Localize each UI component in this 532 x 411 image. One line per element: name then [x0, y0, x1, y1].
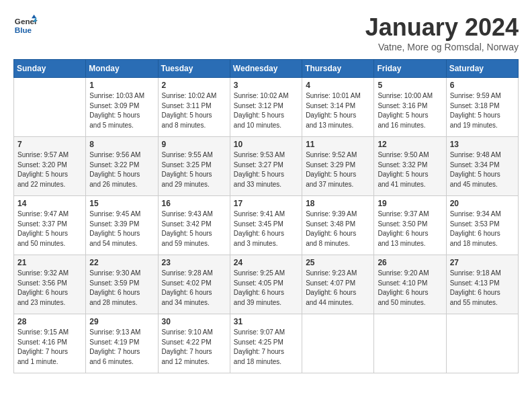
day-number: 4 [306, 81, 370, 90]
month-title: January 2024 [365, 13, 519, 42]
day-info: Sunrise: 9:37 AMSunset: 3:50 PMDaylight:… [378, 210, 442, 248]
day-number: 30 [162, 317, 226, 326]
logo: General Blue [13, 13, 38, 38]
calendar-cell [374, 314, 446, 373]
day-info: Sunrise: 9:07 AMSunset: 4:25 PMDaylight:… [234, 328, 298, 367]
day-number: 15 [89, 199, 154, 208]
day-info: Sunrise: 9:50 AMSunset: 3:32 PMDaylight:… [378, 150, 442, 189]
calendar-cell: 18Sunrise: 9:39 AMSunset: 3:48 PMDayligh… [302, 196, 374, 255]
calendar-cell [14, 78, 86, 137]
calendar-cell: 11Sunrise: 9:52 AMSunset: 3:29 PMDayligh… [302, 137, 374, 196]
calendar-cell: 22Sunrise: 9:30 AMSunset: 3:59 PMDayligh… [86, 255, 158, 314]
day-number: 1 [89, 81, 154, 90]
day-number: 10 [234, 140, 298, 149]
calendar-cell: 3Sunrise: 10:02 AMSunset: 3:12 PMDayligh… [230, 78, 302, 137]
weekday-header: Monday [86, 60, 158, 78]
day-info: Sunrise: 9:45 AMSunset: 3:39 PMDaylight:… [89, 210, 154, 248]
day-info: Sunrise: 9:57 AMSunset: 3:20 PMDaylight:… [17, 150, 82, 189]
day-info: Sunrise: 10:01 AMSunset: 3:14 PMDaylight… [306, 91, 370, 130]
day-number: 31 [234, 317, 298, 326]
location-subtitle: Vatne, More og Romsdal, Norway [365, 42, 519, 52]
calendar-week-row: 14Sunrise: 9:47 AMSunset: 3:37 PMDayligh… [14, 196, 519, 255]
day-info: Sunrise: 9:39 AMSunset: 3:48 PMDaylight:… [306, 210, 370, 248]
day-info: Sunrise: 9:48 AMSunset: 3:34 PMDaylight:… [450, 150, 515, 189]
day-info: Sunrise: 9:28 AMSunset: 4:02 PMDaylight:… [162, 269, 226, 308]
calendar-cell: 7Sunrise: 9:57 AMSunset: 3:20 PMDaylight… [14, 137, 86, 196]
calendar-cell: 19Sunrise: 9:37 AMSunset: 3:50 PMDayligh… [374, 196, 446, 255]
calendar-cell: 25Sunrise: 9:23 AMSunset: 4:07 PMDayligh… [302, 255, 374, 314]
weekday-header: Tuesday [158, 60, 230, 78]
calendar-cell: 2Sunrise: 10:02 AMSunset: 3:11 PMDayligh… [158, 78, 230, 137]
calendar-cell: 26Sunrise: 9:20 AMSunset: 4:10 PMDayligh… [374, 255, 446, 314]
day-number: 20 [450, 199, 515, 208]
calendar-cell: 27Sunrise: 9:18 AMSunset: 4:13 PMDayligh… [446, 255, 518, 314]
day-info: Sunrise: 9:43 AMSunset: 3:42 PMDaylight:… [162, 210, 226, 248]
day-info: Sunrise: 9:15 AMSunset: 4:16 PMDaylight:… [17, 328, 82, 367]
day-info: Sunrise: 9:25 AMSunset: 4:05 PMDaylight:… [234, 269, 298, 308]
calendar-cell: 4Sunrise: 10:01 AMSunset: 3:14 PMDayligh… [302, 78, 374, 137]
calendar-cell: 5Sunrise: 10:00 AMSunset: 3:16 PMDayligh… [374, 78, 446, 137]
calendar-cell: 9Sunrise: 9:55 AMSunset: 3:25 PMDaylight… [158, 137, 230, 196]
calendar-week-row: 7Sunrise: 9:57 AMSunset: 3:20 PMDaylight… [14, 137, 519, 196]
calendar-cell: 16Sunrise: 9:43 AMSunset: 3:42 PMDayligh… [158, 196, 230, 255]
day-info: Sunrise: 9:53 AMSunset: 3:27 PMDaylight:… [234, 150, 298, 189]
day-number: 16 [162, 199, 226, 208]
day-info: Sunrise: 9:55 AMSunset: 3:25 PMDaylight:… [162, 150, 226, 189]
calendar-cell: 31Sunrise: 9:07 AMSunset: 4:25 PMDayligh… [230, 314, 302, 373]
day-number: 18 [306, 199, 370, 208]
day-number: 8 [89, 140, 154, 149]
day-number: 3 [234, 81, 298, 90]
calendar-cell: 1Sunrise: 10:03 AMSunset: 3:09 PMDayligh… [86, 78, 158, 137]
page-header: General Blue January 2024 Vatne, More og… [13, 13, 519, 52]
calendar-cell: 10Sunrise: 9:53 AMSunset: 3:27 PMDayligh… [230, 137, 302, 196]
day-number: 23 [162, 258, 226, 267]
day-number: 26 [378, 258, 442, 267]
calendar-cell: 30Sunrise: 9:10 AMSunset: 4:22 PMDayligh… [158, 314, 230, 373]
day-info: Sunrise: 9:41 AMSunset: 3:45 PMDaylight:… [234, 210, 298, 248]
calendar-cell: 8Sunrise: 9:56 AMSunset: 3:22 PMDaylight… [86, 137, 158, 196]
day-info: Sunrise: 10:02 AMSunset: 3:11 PMDaylight… [162, 91, 226, 130]
day-number: 29 [89, 317, 154, 326]
day-number: 28 [17, 317, 82, 326]
calendar-cell: 13Sunrise: 9:48 AMSunset: 3:34 PMDayligh… [446, 137, 518, 196]
day-number: 27 [450, 258, 515, 267]
day-info: Sunrise: 9:52 AMSunset: 3:29 PMDaylight:… [306, 150, 370, 189]
day-info: Sunrise: 9:59 AMSunset: 3:18 PMDaylight:… [450, 91, 515, 130]
day-number: 19 [378, 199, 442, 208]
title-block: January 2024 Vatne, More og Romsdal, Nor… [365, 13, 519, 52]
day-info: Sunrise: 9:23 AMSunset: 4:07 PMDaylight:… [306, 269, 370, 308]
day-number: 9 [162, 140, 226, 149]
day-info: Sunrise: 9:13 AMSunset: 4:19 PMDaylight:… [89, 328, 154, 367]
day-info: Sunrise: 9:32 AMSunset: 3:56 PMDaylight:… [17, 269, 82, 308]
day-number: 6 [450, 81, 515, 90]
calendar-week-row: 21Sunrise: 9:32 AMSunset: 3:56 PMDayligh… [14, 255, 519, 314]
calendar-cell: 21Sunrise: 9:32 AMSunset: 3:56 PMDayligh… [14, 255, 86, 314]
calendar-cell [446, 314, 518, 373]
svg-text:Blue: Blue [15, 26, 32, 34]
calendar-cell: 15Sunrise: 9:45 AMSunset: 3:39 PMDayligh… [86, 196, 158, 255]
day-number: 22 [89, 258, 154, 267]
weekday-header: Friday [374, 60, 446, 78]
calendar-cell [302, 314, 374, 373]
weekday-header: Saturday [446, 60, 518, 78]
logo-icon: General Blue [13, 13, 38, 38]
calendar-cell: 24Sunrise: 9:25 AMSunset: 4:05 PMDayligh… [230, 255, 302, 314]
day-info: Sunrise: 9:10 AMSunset: 4:22 PMDaylight:… [162, 328, 226, 367]
weekday-header-row: SundayMondayTuesdayWednesdayThursdayFrid… [14, 60, 519, 78]
day-info: Sunrise: 9:34 AMSunset: 3:53 PMDaylight:… [450, 210, 515, 248]
calendar-cell: 29Sunrise: 9:13 AMSunset: 4:19 PMDayligh… [86, 314, 158, 373]
day-info: Sunrise: 9:56 AMSunset: 3:22 PMDaylight:… [89, 150, 154, 189]
calendar-week-row: 1Sunrise: 10:03 AMSunset: 3:09 PMDayligh… [14, 78, 519, 137]
weekday-header: Sunday [14, 60, 86, 78]
day-info: Sunrise: 9:20 AMSunset: 4:10 PMDaylight:… [378, 269, 442, 308]
weekday-header: Wednesday [230, 60, 302, 78]
day-number: 25 [306, 258, 370, 267]
day-info: Sunrise: 9:47 AMSunset: 3:37 PMDaylight:… [17, 210, 82, 248]
day-number: 11 [306, 140, 370, 149]
day-number: 13 [450, 140, 515, 149]
calendar-cell: 23Sunrise: 9:28 AMSunset: 4:02 PMDayligh… [158, 255, 230, 314]
day-number: 21 [17, 258, 82, 267]
calendar-table: SundayMondayTuesdayWednesdayThursdayFrid… [13, 59, 519, 373]
calendar-cell: 28Sunrise: 9:15 AMSunset: 4:16 PMDayligh… [14, 314, 86, 373]
day-number: 24 [234, 258, 298, 267]
